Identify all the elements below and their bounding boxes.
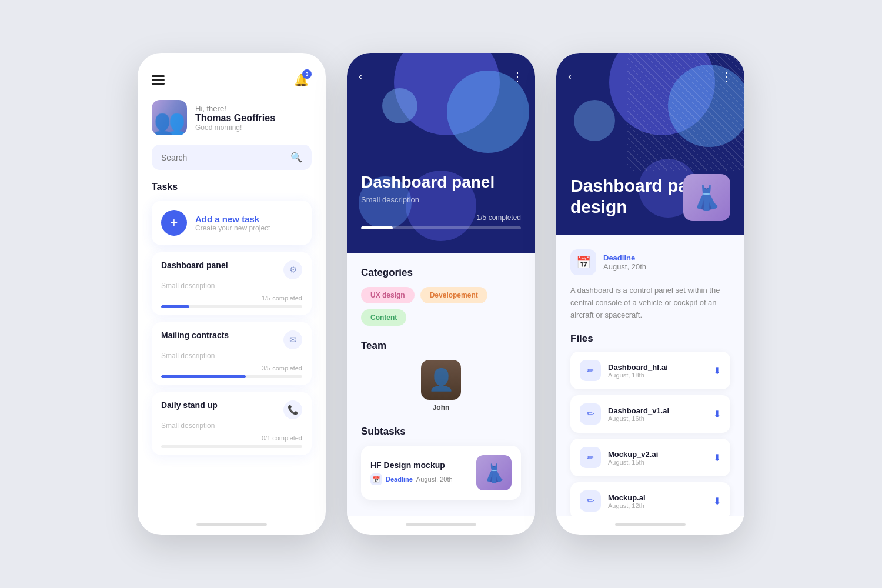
add-task-text: Add a new task Create your new project: [195, 214, 270, 232]
deadline-calendar-icon: 📅: [570, 249, 596, 275]
category-content[interactable]: Content: [361, 309, 406, 326]
hero-content: Dashboard panel Small description 1/5 co…: [361, 173, 521, 229]
team-member: 👤 John: [361, 360, 521, 412]
task-name: Daily stand up: [161, 400, 218, 410]
task-progress-label: 3/5 completed: [262, 365, 302, 372]
user-profile: 👥 Hi, there! Thomas Geoffries Good morni…: [138, 100, 326, 145]
category-ux[interactable]: UX design: [361, 287, 415, 303]
file-item-4[interactable]: ✏ Mockup.ai August, 12th ⬇: [570, 482, 730, 516]
file-date: August, 18th: [608, 372, 706, 379]
task-mail-icon: ✉: [283, 330, 302, 349]
user-subgreeting: Good morning!: [195, 123, 275, 132]
task-desc: Small description: [161, 282, 302, 290]
hero-progress-label: 1/5 completed: [477, 213, 521, 222]
deadline-date: August, 20th: [416, 476, 453, 483]
file-info: Mockup_v2.ai August, 15th: [608, 450, 706, 466]
home-indicator: [406, 523, 476, 526]
file-pencil-icon: ✏: [580, 490, 601, 512]
download-button[interactable]: ⬇: [713, 365, 721, 376]
file-item-1[interactable]: ✏ Dashboard_hf.ai August, 18th ⬇: [570, 352, 730, 389]
subtask-name: HF Design mockup: [370, 460, 453, 470]
download-button[interactable]: ⬇: [713, 452, 721, 463]
files-title: Files: [570, 333, 730, 345]
categories-row: UX design Developement Content: [361, 287, 521, 326]
file-name: Dashboard_v1.ai: [608, 406, 706, 415]
file-item-3[interactable]: ✏ Mockup_v2.ai August, 15th ⬇: [570, 439, 730, 476]
tasks-section: Tasks + Add a new task Create your new p…: [138, 182, 326, 516]
team-section: Team 👤 John: [361, 340, 521, 412]
file-pencil-icon: ✏: [580, 403, 601, 425]
phone3: ‹ ⋮ Dashboard panel design 👗 📅 Deadline …: [556, 53, 744, 535]
file-pencil-icon: ✏: [580, 360, 601, 381]
add-task-icon: +: [161, 210, 187, 236]
add-task-desc: Create your new project: [195, 224, 270, 232]
file-date: August, 12th: [608, 502, 706, 509]
notification-button[interactable]: 🔔 3: [290, 69, 312, 91]
file-name: Dashboard_hf.ai: [608, 363, 706, 372]
download-button[interactable]: ⬇: [713, 496, 721, 507]
progress-bar-bg: [161, 305, 302, 308]
phone2: ‹ ⋮ Dashboard panel Small description 1/…: [347, 53, 535, 535]
search-input[interactable]: [161, 153, 285, 162]
team-member-name: John: [433, 403, 450, 412]
notification-badge: 3: [302, 69, 312, 79]
task-progress-label: 0/1 completed: [262, 435, 302, 442]
home-indicator: [615, 523, 686, 526]
user-info: Hi, there! Thomas Geoffries Good morning…: [195, 104, 275, 132]
task-card-standup[interactable]: Daily stand up 📞 Small description 0/1 c…: [152, 392, 312, 455]
task-card-dashboard[interactable]: Dashboard panel ⚙ Small description 1/5 …: [152, 252, 312, 315]
search-bar[interactable]: 🔍: [152, 145, 312, 170]
file-info: Dashboard_hf.ai August, 18th: [608, 363, 706, 379]
user-name: Thomas Geoffries: [195, 113, 275, 123]
hero-desc: Small description: [361, 195, 521, 204]
hero-title: Dashboard panel: [361, 173, 521, 192]
description-text: A dashboard is a control panel set withi…: [570, 285, 730, 321]
phone3-hero: ‹ ⋮ Dashboard panel design 👗: [556, 53, 744, 235]
menu-icon[interactable]: [152, 75, 165, 85]
deadline-label: Deadline: [603, 253, 646, 262]
download-button[interactable]: ⬇: [713, 409, 721, 420]
back-button[interactable]: ‹: [359, 69, 363, 83]
home-indicator: [196, 523, 267, 526]
task-progress-label: 1/5 completed: [262, 295, 302, 302]
phone2-hero: ‹ ⋮ Dashboard panel Small description 1/…: [347, 53, 535, 253]
more-button[interactable]: ⋮: [512, 69, 523, 83]
file-item-2[interactable]: ✏ Dashboard_v1.ai August, 16th ⬇: [570, 395, 730, 433]
phones-container: 🔔 3 👥 Hi, there! Thomas Geoffries Good m…: [138, 53, 744, 535]
deadline-date: August, 20th: [603, 262, 646, 271]
file-pencil-icon: ✏: [580, 447, 601, 468]
task-name: Dashboard panel: [161, 260, 228, 270]
back-button[interactable]: ‹: [568, 69, 572, 83]
category-dev[interactable]: Developement: [420, 287, 487, 303]
subtasks-title: Subtasks: [361, 426, 521, 437]
subtask-image: 👗: [476, 455, 512, 490]
more-button[interactable]: ⋮: [721, 69, 733, 83]
hero-thumbnail: 👗: [683, 174, 730, 221]
subtask-card[interactable]: HF Design mockup 📅 Deadline August, 20th…: [361, 446, 521, 500]
file-name: Mockup_v2.ai: [608, 450, 706, 459]
deadline-info: Deadline August, 20th: [603, 253, 646, 271]
task-desc: Small description: [161, 352, 302, 360]
add-task-card[interactable]: + Add a new task Create your new project: [152, 201, 312, 245]
subtask-deadline-row: 📅 Deadline August, 20th: [370, 473, 453, 485]
file-info: Mockup.ai August, 12th: [608, 493, 706, 509]
phone2-body: Categories UX design Developement Conten…: [347, 253, 535, 516]
tasks-title: Tasks: [152, 182, 312, 192]
categories-title: Categories: [361, 267, 521, 279]
team-title: Team: [361, 340, 521, 352]
file-date: August, 16th: [608, 415, 706, 422]
add-task-name: Add a new task: [195, 214, 270, 224]
avatar-image: 👥: [152, 100, 187, 135]
phone1: 🔔 3 👥 Hi, there! Thomas Geoffries Good m…: [138, 53, 326, 535]
progress-bar-fill: [161, 375, 246, 378]
search-icon[interactable]: 🔍: [290, 152, 302, 163]
phone1-header: 🔔 3: [138, 53, 326, 100]
task-card-mailing[interactable]: Mailing contracts ✉ Small description 3/…: [152, 322, 312, 385]
deadline-icon: 📅: [370, 473, 382, 485]
deadline-row: 📅 Deadline August, 20th: [570, 249, 730, 275]
file-name: Mockup.ai: [608, 493, 706, 502]
task-desc: Small description: [161, 422, 302, 430]
team-avatar: 👤: [421, 360, 461, 400]
hero-progress-fill: [361, 226, 393, 229]
hero-progress-bar: [361, 226, 521, 229]
